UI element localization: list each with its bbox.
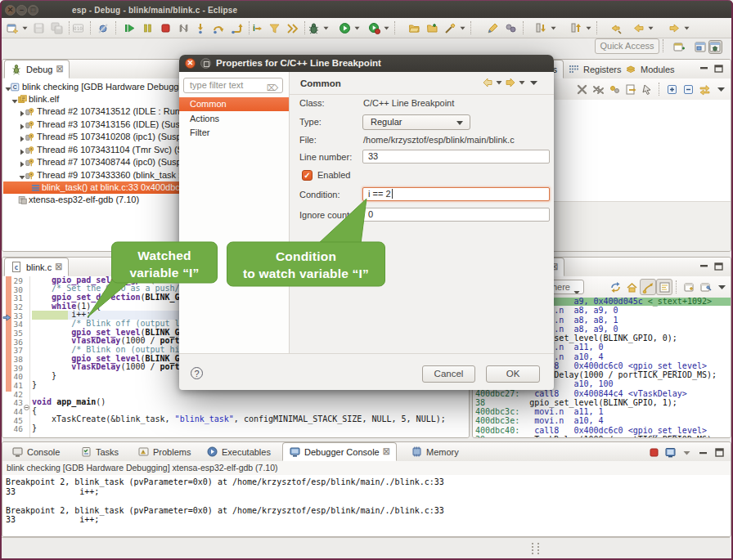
- tab-problems[interactable]: Problems: [132, 442, 196, 461]
- step-over-button[interactable]: [211, 20, 226, 35]
- disassembly-row[interactable]: 38 gpio_set_level(BLINK_GPIO, 1);: [475, 398, 731, 407]
- dialog-close-button[interactable]: ✕: [185, 58, 196, 69]
- pin-view-button[interactable]: [697, 279, 713, 295]
- remove-breakpoint-button[interactable]: [573, 81, 590, 97]
- expand-all-button[interactable]: [663, 81, 680, 97]
- maximize-button[interactable]: [712, 444, 726, 460]
- run-button[interactable]: [337, 20, 352, 35]
- new-wizard-button[interactable]: [5, 20, 20, 35]
- chevron-down-icon[interactable]: [573, 285, 580, 294]
- open-perspective-button[interactable]: [672, 40, 686, 54]
- collapse-all-button[interactable]: [680, 81, 696, 97]
- ignore-count-input[interactable]: 0: [362, 208, 550, 222]
- disassembly-row[interactable]: 400dbc3e: movi.n a10, 4: [475, 416, 731, 425]
- external-tools-dropdown[interactable]: [459, 20, 466, 35]
- goto-file-button[interactable]: [623, 81, 639, 97]
- code-line[interactable]: }: [32, 424, 37, 433]
- tab-debugger-console[interactable]: Debugger Console☒: [282, 442, 397, 461]
- code-line[interactable]: xTaskCreate(&blink_task, "blink_task", c…: [32, 415, 446, 424]
- spheres-button[interactable]: [503, 20, 518, 35]
- refresh-button[interactable]: [607, 279, 623, 295]
- save-all-button[interactable]: [49, 20, 64, 35]
- terminate-button[interactable]: [158, 20, 173, 35]
- window-maximize-button[interactable]: □: [28, 5, 38, 16]
- dialog-section-actions[interactable]: Actions: [179, 112, 289, 126]
- enabled-checkbox[interactable]: ✓: [302, 170, 313, 181]
- tab-modules[interactable]: Modules: [619, 60, 681, 78]
- dialog-restore-button[interactable]: [200, 58, 211, 69]
- dialog-section-filter[interactable]: Filter: [179, 126, 289, 140]
- back-arrow-icon[interactable]: [482, 78, 493, 87]
- window-close-button[interactable]: ✕: [5, 5, 16, 16]
- type-dropdown[interactable]: Regular: [362, 114, 470, 130]
- forward-history-dropdown[interactable]: [519, 80, 525, 85]
- tab-debug[interactable]: Debug☒: [4, 60, 70, 78]
- open-new-view-button[interactable]: [681, 279, 697, 295]
- back-dropdown[interactable]: [647, 20, 654, 35]
- show-source-button[interactable]: [656, 279, 672, 295]
- status-grip[interactable]: [532, 543, 539, 554]
- show-supported-breakpoints-button[interactable]: [606, 81, 623, 97]
- help-button[interactable]: ?: [191, 367, 203, 379]
- fold-minus-icon[interactable]: [24, 399, 29, 405]
- breakpoints-view-maximize[interactable]: [713, 64, 724, 74]
- back-history-dropdown[interactable]: [496, 80, 502, 85]
- minimize-button[interactable]: [695, 444, 710, 460]
- use-step-filters-button[interactable]: [267, 20, 281, 35]
- previous-annotation-dropdown[interactable]: [585, 20, 592, 35]
- disassembly-row[interactable]: 39 vTaskDelay(1000 / portTICK_PERIOD_MS)…: [475, 435, 731, 437]
- tab-console[interactable]: Console: [6, 442, 65, 461]
- profile-dropdown[interactable]: [383, 20, 390, 35]
- profile-button[interactable]: [366, 20, 381, 35]
- cancel-button[interactable]: Cancel: [422, 365, 475, 383]
- forward-dropdown[interactable]: [683, 20, 690, 35]
- external-tools-button[interactable]: [443, 20, 457, 35]
- previous-annotation-button[interactable]: [569, 20, 583, 35]
- follow-execution-button[interactable]: [640, 279, 656, 295]
- close-tab-icon[interactable]: ☒: [56, 65, 63, 74]
- disconnect-button[interactable]: [176, 20, 191, 35]
- debug-perspective-button[interactable]: [708, 40, 722, 54]
- tab-blink-c[interactable]: cblink.c☒: [4, 258, 69, 276]
- console-output[interactable]: Breakpoint 2, blink_task (pvParameter=0x…: [2, 475, 731, 536]
- next-annotation-dropdown[interactable]: [550, 20, 557, 35]
- new-wizard-dropdown[interactable]: [21, 20, 29, 35]
- resume-button[interactable]: [122, 20, 137, 35]
- tab-memory[interactable]: Memory: [405, 442, 465, 461]
- dialog-section-common[interactable]: Common: [179, 97, 289, 111]
- debug-dropdown[interactable]: [322, 20, 330, 35]
- binary-button[interactable]: 010: [70, 20, 85, 35]
- open-project-button[interactable]: [425, 20, 439, 35]
- display-console-button[interactable]: [663, 444, 677, 460]
- last-edit-location-button[interactable]: [608, 20, 623, 35]
- skip-breakpoints-button[interactable]: [639, 81, 655, 97]
- disassembly-view-minimize[interactable]: [699, 262, 709, 271]
- skip-all-breakpoints-button[interactable]: [96, 20, 110, 35]
- line-number-input[interactable]: 33: [362, 150, 550, 164]
- tab-tasks[interactable]: Tasks: [74, 442, 124, 461]
- breakpoints-view-minimize[interactable]: [699, 64, 709, 74]
- view-menu-button[interactable]: [713, 279, 730, 295]
- view-menu-button[interactable]: [713, 81, 729, 97]
- condition-input[interactable]: i == 2: [362, 187, 550, 201]
- open-folder-button[interactable]: [407, 20, 421, 35]
- console-menu-button[interactable]: [679, 444, 694, 460]
- forward-button[interactable]: [667, 20, 681, 35]
- dialog-view-menu[interactable]: [528, 77, 540, 89]
- debug-button[interactable]: [306, 20, 321, 35]
- link-with-debug-button[interactable]: [696, 81, 713, 97]
- back-button[interactable]: [631, 20, 645, 35]
- terminate-console-button[interactable]: [646, 444, 661, 460]
- disassembly-row[interactable]: 400dbc40: call8 0x400dc6c0 <gpio_set_lev…: [475, 426, 731, 435]
- quick-access-input[interactable]: Quick Access: [595, 38, 659, 54]
- cpp-perspective-button[interactable]: [694, 40, 708, 54]
- disassembly-row[interactable]: 400dbc3c: movi.n a11, 1: [475, 407, 731, 416]
- code-line[interactable]: }: [32, 381, 37, 390]
- window-minimize-button[interactable]: –: [16, 5, 27, 16]
- forward-arrow-icon[interactable]: [505, 78, 516, 87]
- tab-registers[interactable]: Registers: [562, 60, 627, 78]
- run-to-line-button[interactable]: i: [249, 20, 263, 35]
- remove-all-breakpoints-button[interactable]: [590, 81, 606, 97]
- next-annotation-button[interactable]: [533, 20, 548, 35]
- close-tab-icon[interactable]: ☒: [55, 263, 62, 271]
